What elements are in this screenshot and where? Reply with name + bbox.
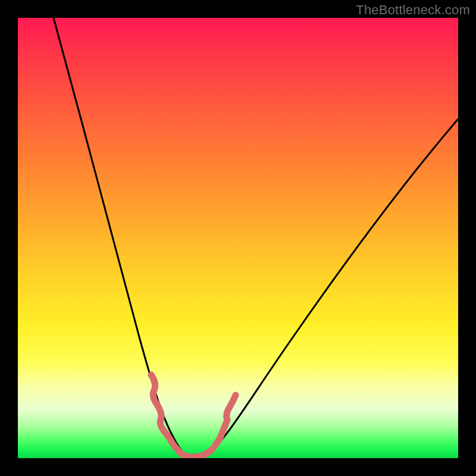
right-wiggle-overlay [215,395,236,445]
watermark-text: TheBottleneck.com [356,2,470,18]
left-wiggle-overlay [151,375,171,441]
curve-layer [18,18,458,458]
bottleneck-curve [54,18,458,458]
chart-frame: TheBottleneck.com [0,0,476,476]
plot-area [18,18,458,458]
